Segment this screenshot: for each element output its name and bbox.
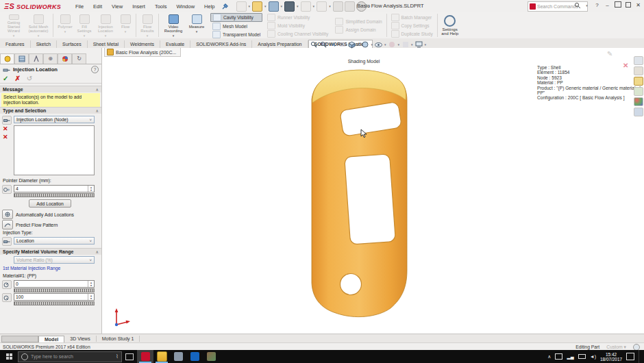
menu-file[interactable]: File [71, 1, 88, 12]
ribbon-getting-started-wizard[interactable]: Getting Started Wizard▾ [1, 13, 26, 38]
tab-sheet-metal[interactable]: Sheet Metal [88, 40, 125, 48]
ribbon-flow-results[interactable]: Flow Results▾ [138, 13, 156, 38]
taskbar-solidworks[interactable] [137, 350, 153, 363]
appearance-manager-tab[interactable] [58, 53, 72, 64]
ribbon-measure[interactable]: Measure▾ [186, 13, 208, 38]
new-document-icon[interactable] [236, 1, 247, 12]
solidworks-resources-icon[interactable] [634, 56, 643, 65]
edit-appearance-icon[interactable] [388, 41, 396, 49]
tab-3d-views[interactable]: 3D Views [64, 336, 96, 342]
view-orientation-cube-icon[interactable] [348, 41, 356, 49]
spinner-arrows[interactable]: ▲▼ [88, 294, 94, 300]
tab-analysis-preparation[interactable]: Analysis Preparation [252, 40, 308, 48]
injection-type-dropdown[interactable]: Location˅ [14, 237, 95, 245]
open-icon[interactable] [252, 1, 262, 12]
tab-surfaces[interactable]: Surfaces [57, 40, 88, 48]
auto-add-locations-row[interactable]: Automatically Add Locations [2, 210, 74, 219]
ribbon-polymer[interactable]: Polymer▾ [55, 13, 75, 38]
configuration-manager-tab[interactable]: ⊕ [43, 53, 58, 64]
menu-view[interactable]: View [107, 1, 127, 12]
ribbon-injection-location[interactable]: Injection Location▾ [94, 13, 117, 38]
menu-tools[interactable]: Tools [150, 1, 172, 12]
menu-insert[interactable]: Insert [127, 1, 150, 12]
custom-properties-icon[interactable] [634, 108, 643, 116]
predict-flow-pattern-row[interactable]: Predict Flow Pattern [2, 220, 58, 229]
cancel-button[interactable]: ✗ [14, 75, 20, 82]
batch-manager-button[interactable]: Batch Manager [389, 14, 435, 21]
redo-icon[interactable] [317, 1, 327, 12]
tab-evaluate[interactable]: Evaluate [160, 40, 190, 48]
injection-location-type-dropdown[interactable]: Injection Location (Node)˅ [14, 116, 95, 123]
undo-button[interactable]: ↺ [27, 75, 32, 82]
tab-sketch[interactable]: Sketch [31, 40, 57, 48]
delete-selection-icon[interactable]: ✕ [3, 126, 8, 132]
taskbar-search-box[interactable]: Type here to search ⌇ [18, 351, 122, 362]
battery-tray-icon[interactable] [578, 354, 586, 359]
type-selection-section-header[interactable]: Type and Selection∧ [0, 107, 101, 114]
menu-edit[interactable]: Edit [88, 1, 107, 12]
custom-dropdown[interactable]: Custom ▾ [606, 345, 626, 350]
simulation-manager-tab[interactable]: ↻ [72, 53, 86, 64]
undo-icon[interactable] [301, 1, 311, 12]
pointer-diameter-spinbox[interactable]: 4 ▲▼ [14, 185, 95, 192]
view-settings-monitor-icon[interactable] [415, 41, 423, 49]
tab-motion-study[interactable]: Motion Study 1 [97, 336, 140, 342]
zoom-to-fit-icon[interactable] [310, 41, 317, 49]
cooling-channel-visibility-button[interactable]: Cooling Channel Visibility [265, 30, 330, 38]
appearances-scenes-icon[interactable] [634, 97, 643, 106]
section-view-icon[interactable] [338, 41, 346, 49]
settings-and-help-button[interactable]: Settings and Help [438, 12, 462, 38]
tab-solidworks-addins[interactable]: SOLIDWORKS Add-Ins [190, 40, 252, 48]
spinner-arrows[interactable]: ▲▼ [88, 186, 94, 192]
save-icon[interactable] [269, 1, 279, 12]
range-min-slider[interactable] [14, 288, 95, 292]
pin-menubar-icon[interactable] [221, 2, 230, 10]
spinner-arrows[interactable]: ▲▼ [88, 281, 94, 287]
task-view-button[interactable] [122, 353, 137, 360]
mold-visibility-button[interactable]: Mold Visibility [265, 22, 330, 29]
start-button[interactable] [0, 350, 18, 363]
help-button[interactable]: ? [593, 2, 602, 8]
taskbar-outlook[interactable] [186, 350, 203, 363]
ribbon-flow[interactable]: Flow▾ [117, 13, 134, 38]
globe-icon[interactable] [633, 344, 640, 351]
model-3d-shell[interactable] [288, 65, 425, 322]
apply-scene-icon[interactable] [401, 41, 409, 49]
add-location-button[interactable]: Add Location [29, 199, 71, 208]
tab-features[interactable]: Features [0, 40, 31, 48]
range-max-slider[interactable] [14, 301, 95, 305]
transparent-model-button[interactable]: Transparent Model [210, 31, 262, 38]
range-min-spinbox[interactable]: 0 ▲▼ [14, 280, 95, 288]
display-tray-icon[interactable] [555, 353, 562, 360]
zoom-to-area-icon[interactable] [319, 41, 327, 49]
menu-window[interactable]: Window [171, 1, 199, 12]
feature-manager-tab[interactable] [14, 53, 29, 64]
horizontal-scrollbar[interactable] [1, 336, 38, 342]
previous-view-icon[interactable] [329, 41, 336, 49]
simplified-domain-button[interactable]: Simplified Domain [333, 18, 384, 25]
plastics-study-tab[interactable] [0, 53, 14, 64]
action-center-icon[interactable] [626, 353, 634, 360]
show-desktop-button[interactable] [639, 350, 641, 363]
tab-model[interactable]: Model [38, 336, 64, 342]
display-style-icon[interactable] [362, 41, 369, 49]
pointer-diameter-slider[interactable] [14, 193, 95, 197]
volume-ratio-dropdown[interactable]: Volume Ratio (%)˅ [14, 256, 95, 264]
network-tray-icon[interactable]: ▂▄ [567, 354, 573, 360]
fullscreen-button[interactable] [623, 2, 632, 9]
dismiss-info-close-icon[interactable]: ✕ [623, 62, 628, 69]
ribbon-fill-settings[interactable]: Fill Settings▾ [75, 13, 94, 38]
copy-settings-button[interactable]: Copy Settings [389, 22, 435, 29]
file-explorer-pane-icon[interactable] [634, 77, 643, 86]
search-icon[interactable] [574, 2, 581, 9]
menu-help[interactable]: Help [199, 1, 219, 12]
volume-tray-icon[interactable]: ◄) [590, 354, 596, 359]
design-library-icon[interactable] [634, 66, 643, 75]
panel-help-icon[interactable]: ? [91, 66, 99, 73]
property-manager-tab[interactable] [29, 53, 43, 64]
search-dropdown-caret[interactable]: ▾ [582, 3, 591, 8]
range-max-spinbox[interactable]: 100 ▲▼ [14, 293, 95, 301]
taskbar-file-explorer[interactable] [153, 350, 170, 363]
duplicate-study-button[interactable]: Duplicate Study [389, 30, 435, 38]
minimize-button[interactable]: – [603, 2, 612, 8]
